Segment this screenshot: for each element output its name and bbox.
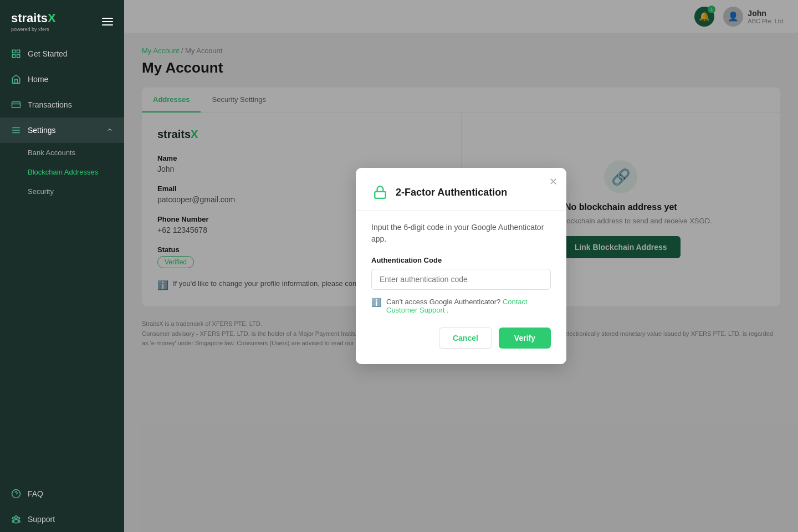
- sidebar-item-home[interactable]: Home: [0, 66, 124, 92]
- svg-rect-3: [17, 55, 20, 58]
- modal-divider: [356, 210, 566, 211]
- modal-header: 2-Factor Authentication: [371, 183, 551, 201]
- svg-rect-4: [12, 102, 21, 108]
- support-icon: [11, 514, 21, 524]
- lock-icon: [371, 183, 389, 201]
- sidebar-item-blockchain-addresses[interactable]: Blockchain Addresses: [28, 162, 124, 182]
- sidebar-item-label: Home: [28, 75, 48, 84]
- modal-footer: Cancel Verify: [371, 328, 551, 349]
- transactions-icon: [11, 100, 21, 110]
- svg-rect-2: [12, 55, 15, 58]
- sidebar-item-label: Support: [28, 515, 55, 524]
- sidebar-item-bank-accounts[interactable]: Bank Accounts: [28, 143, 124, 162]
- modal-help-text: Can't access Google Authenticator?: [386, 298, 500, 306]
- chevron-up-icon: [106, 126, 113, 135]
- logo: straitsX powered by xfers: [11, 11, 56, 32]
- svg-rect-11: [375, 192, 386, 198]
- modal-overlay: 2-Factor Authentication ✕ Input the 6-di…: [124, 0, 798, 532]
- sidebar-item-transactions[interactable]: Transactions: [0, 92, 124, 117]
- settings-sub-nav: Bank Accounts Blockchain Addresses Secur…: [0, 143, 124, 201]
- home-icon: [11, 74, 21, 84]
- hamburger-menu[interactable]: [102, 18, 113, 25]
- svg-rect-1: [17, 50, 20, 53]
- sidebar-item-settings[interactable]: Settings: [0, 117, 124, 143]
- modal-title: 2-Factor Authentication: [396, 187, 507, 198]
- sidebar-item-label: FAQ: [28, 489, 43, 498]
- sidebar-item-faq[interactable]: FAQ: [0, 481, 124, 507]
- sidebar: straitsX powered by xfers Get Started Ho…: [0, 0, 124, 532]
- authentication-code-input[interactable]: [371, 269, 551, 290]
- sidebar-item-label: Get Started: [28, 49, 68, 58]
- sidebar-logo-area: straitsX powered by xfers: [0, 0, 124, 41]
- modal-help: ℹ️ Can't access Google Authenticator? Co…: [371, 298, 551, 314]
- faq-icon: [11, 489, 21, 499]
- cancel-button[interactable]: Cancel: [439, 328, 492, 349]
- get-started-icon: [11, 49, 21, 59]
- main-content: 🔔 1 👤 John ABC Pte. Ltd. My Account / My…: [124, 0, 798, 532]
- sidebar-item-support[interactable]: Support: [0, 507, 124, 532]
- sidebar-item-label: Transactions: [28, 100, 72, 109]
- sidebar-item-label: Settings: [28, 126, 56, 135]
- settings-icon: [11, 125, 21, 135]
- modal-code-label: Authentication Code: [371, 256, 551, 264]
- sidebar-item-security[interactable]: Security: [28, 182, 124, 201]
- sidebar-item-get-started[interactable]: Get Started: [0, 41, 124, 66]
- verify-button[interactable]: Verify: [499, 328, 551, 349]
- modal-close-button[interactable]: ✕: [549, 177, 557, 187]
- modal-info-icon: ℹ️: [371, 298, 382, 308]
- svg-rect-0: [12, 50, 15, 53]
- two-factor-modal: 2-Factor Authentication ✕ Input the 6-di…: [356, 168, 566, 364]
- modal-description: Input the 6-digit code in your Google Au…: [371, 222, 551, 245]
